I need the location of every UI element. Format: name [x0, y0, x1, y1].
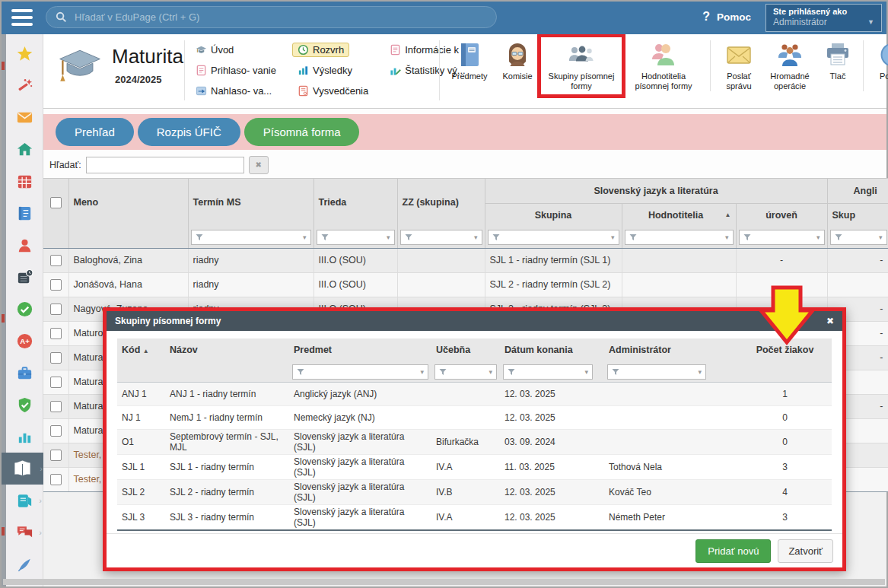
- hamburger-menu-icon[interactable]: [11, 9, 33, 26]
- column-header-nazov[interactable]: Názov: [165, 338, 289, 361]
- menu-item-vysledky[interactable]: Výsledky: [292, 63, 358, 78]
- toolbar-button-pomoc[interactable]: ?Pomoc: [869, 37, 888, 86]
- row-checkbox[interactable]: [50, 425, 62, 437]
- menu-item-nahlasovanie[interactable]: Nahlaso- va...: [190, 84, 277, 98]
- column-header-uroven[interactable]: úroveň: [736, 204, 827, 227]
- toolbar-button-tlac[interactable]: Tlač: [818, 37, 858, 86]
- sidebar-item-messages[interactable]: [6, 101, 43, 133]
- group-row[interactable]: O1Septembrový termín - SJL, MJLSlovenský…: [117, 430, 832, 455]
- column-filter-combobox[interactable]: ▾: [317, 230, 395, 245]
- module-toolbar: PredmetyKomisieSkupiny písomnej formyHod…: [444, 37, 888, 95]
- column-filter-combobox[interactable]: ▾: [488, 230, 619, 245]
- column-header-hodnotitelia[interactable]: Hodnotitelia▲: [622, 204, 736, 227]
- svg-text:A+: A+: [20, 337, 30, 345]
- column-header-skup[interactable]: Skup: [827, 204, 888, 227]
- dialog-close-icon[interactable]: ✖: [826, 316, 834, 326]
- column-filter-combobox[interactable]: ▾: [625, 230, 734, 245]
- column-header-termin-ms[interactable]: Termín MS: [188, 179, 314, 227]
- column-filter-combobox[interactable]: ▾: [400, 230, 482, 245]
- column-header-meno[interactable]: Meno: [68, 179, 188, 227]
- row-checkbox[interactable]: [50, 474, 62, 485]
- toolbar-button-komisie[interactable]: Komisie: [495, 37, 540, 86]
- sidebar-item-home[interactable]: [6, 133, 43, 165]
- column-filter-combobox[interactable]: ▾: [503, 364, 593, 380]
- row-checkbox[interactable]: [50, 328, 62, 339]
- sidebar-item-students[interactable]: [6, 229, 43, 261]
- student-row[interactable]: Baloghová, ZinariadnyIII.O (SOU)SJL 1 - …: [43, 248, 888, 272]
- menu-item-rozvrh[interactable]: Rozvrh: [292, 43, 349, 57]
- row-checkbox[interactable]: [50, 377, 62, 388]
- table-search-input[interactable]: [86, 157, 244, 173]
- sidebar-item-planner[interactable]: [6, 261, 43, 293]
- group-row[interactable]: SJL 1SJL 1 - riadny termínSlovenský jazy…: [117, 455, 832, 480]
- column-filter-combobox[interactable]: ▾: [434, 364, 497, 380]
- view-tab-pisomna-forma[interactable]: Písomná forma: [244, 118, 360, 146]
- student-row[interactable]: Jonášová, HanariadnyIII.O (SOU)SJL 2 - r…: [43, 272, 888, 297]
- column-filter-combobox[interactable]: ▾: [830, 230, 887, 245]
- view-tab-prehlad[interactable]: Prehľad: [56, 118, 134, 146]
- sidebar-item-wizard[interactable]: [6, 69, 43, 101]
- toolbar-button-poslat-spravu[interactable]: Poslať správu: [716, 37, 762, 95]
- toolbar-button-skupiny-pisomnej-formy[interactable]: Skupiny písomnej formy: [540, 37, 622, 95]
- toolbar-button-predmety[interactable]: Predmety: [444, 37, 495, 86]
- column-header-trieda[interactable]: Trieda: [314, 179, 397, 227]
- toolbar-button-hodnotitelia-pisomnej-formy[interactable]: Hodnotitelia písomnej formy: [622, 37, 705, 95]
- check-badge-icon: [16, 300, 33, 318]
- close-dialog-button[interactable]: Zatvoriť: [778, 539, 833, 563]
- column-filter-combobox[interactable]: ▾: [607, 364, 706, 380]
- column-header-skupina[interactable]: Skupina: [485, 204, 622, 227]
- row-checkbox[interactable]: [50, 352, 62, 364]
- cell-pocet-ziakov: 3: [738, 455, 832, 480]
- row-checkbox[interactable]: [50, 401, 62, 412]
- column-filter-combobox[interactable]: ▾: [292, 364, 428, 380]
- sidebar-item-favorites[interactable]: [6, 37, 43, 69]
- row-checkbox[interactable]: [50, 304, 62, 315]
- sidebar-item-exams[interactable]: [6, 548, 43, 580]
- group-row[interactable]: SJL 3SJL 3 - riadny termínSlovenský jazy…: [117, 505, 832, 531]
- sidebar-item-maturita[interactable]: ›: [2, 453, 43, 485]
- column-header-kod[interactable]: Kód ▲: [117, 338, 165, 361]
- group-row[interactable]: ANJ 1ANJ 1 - riadny termínAnglický jazyk…: [117, 383, 832, 406]
- chevron-right-icon: ›: [39, 528, 42, 537]
- sidebar-item-grades[interactable]: A+: [6, 325, 43, 357]
- sidebar-item-communication[interactable]: ›: [6, 516, 43, 548]
- global-search-input[interactable]: [73, 11, 487, 24]
- row-checkbox[interactable]: [50, 255, 62, 266]
- column-header-administrator[interactable]: Administrátor: [604, 338, 738, 361]
- column-header-ucebna[interactable]: Učebňa: [431, 338, 500, 361]
- horizontal-scrollbar[interactable]: [3, 579, 885, 585]
- column-header-datum-konania[interactable]: Dátum konania: [500, 338, 604, 361]
- menu-item-vysvedcenia[interactable]: Vysvedčenia: [292, 84, 374, 98]
- sidebar-item-results[interactable]: [6, 421, 43, 453]
- sidebar-item-attendance[interactable]: [6, 293, 43, 325]
- school-year: 2024/2025: [115, 74, 161, 85]
- global-search-box[interactable]: [46, 6, 497, 28]
- menu-item-prihlasovanie[interactable]: Prihlaso- vanie: [190, 63, 282, 78]
- sidebar-item-timetable[interactable]: [6, 165, 43, 197]
- clear-search-button[interactable]: ✖: [249, 156, 269, 174]
- column-header-pocet-ziakov[interactable]: Počet žiakov: [738, 338, 832, 361]
- column-filter-combobox[interactable]: ▾: [191, 230, 311, 245]
- row-checkbox[interactable]: [50, 450, 62, 461]
- view-tab-rozpis-ufic[interactable]: Rozpis ÚFIČ: [138, 118, 240, 146]
- group-row[interactable]: SJL 2SJL 2 - riadny termínSlovenský jazy…: [117, 480, 832, 505]
- cell-predmet: Slovenský jazyk a literatúra (SJL): [289, 505, 431, 531]
- column-header-predmet[interactable]: Predmet: [289, 338, 431, 361]
- add-new-button[interactable]: Pridať novú: [695, 539, 771, 563]
- column-filter-combobox[interactable]: ▾: [739, 230, 825, 245]
- logged-in-user-dropdown[interactable]: Ste prihlásený ako Administrátor ▼: [765, 4, 882, 32]
- sidebar-item-agenda[interactable]: [6, 357, 43, 389]
- chevron-down-icon: ▾: [698, 368, 702, 376]
- column-header-zz-skupina[interactable]: ZZ (skupina): [397, 179, 485, 227]
- group-row[interactable]: NJ 1NemJ 1 - riadny termínNemecký jazyk …: [117, 406, 832, 430]
- help-link[interactable]: ? Pomoc: [702, 10, 751, 24]
- sidebar-item-admin[interactable]: [6, 389, 43, 421]
- row-checkbox[interactable]: [50, 279, 62, 291]
- sidebar-item-library[interactable]: ›: [6, 485, 43, 516]
- help-label: Pomoc: [717, 11, 751, 23]
- toolbar-button-hromadne-operacie[interactable]: Hromadné operácie: [762, 37, 818, 95]
- sidebar-item-classbook[interactable]: [6, 197, 43, 229]
- select-all-checkbox[interactable]: [50, 197, 62, 208]
- dialog-title-bar[interactable]: Skupiny písomnej formy ✖: [107, 311, 842, 331]
- menu-item-uvod[interactable]: Úvod: [190, 43, 239, 57]
